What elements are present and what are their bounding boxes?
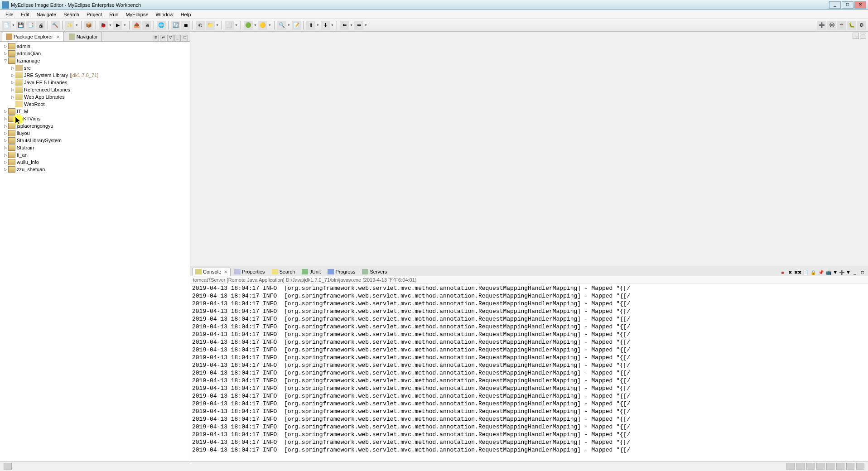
perspective-debug-button[interactable]: 🐛 [847,21,856,30]
save-all-button[interactable]: 📑 [26,21,35,30]
run-button[interactable]: ▶ [113,21,122,30]
tree-item-wuliu-info[interactable]: ▷wuliu_info [1,159,189,166]
expander-icon[interactable]: ▷ [10,73,15,77]
tray-icon-7[interactable] [846,463,854,470]
server-button[interactable]: 🖥 [142,21,151,30]
run-as-button[interactable]: 🟢 [244,21,253,30]
new-package-button[interactable]: 📁 [206,21,215,30]
tab-junit[interactable]: JUnit [299,268,324,276]
tree-item-jsplaorengongyu[interactable]: ▷jsplaorengongyu [1,122,189,130]
build-button[interactable]: 🔨 [51,21,60,30]
tree-item-it-m[interactable]: ▷IT_M [1,108,189,115]
tree-item-java-ee-5-libraries[interactable]: ▷Java EE 5 Libraries [1,79,189,86]
open-console-button[interactable]: ➕ [838,269,845,276]
tree-item-adminqian[interactable]: ▷adminQian [1,50,189,57]
editor-maximize-button[interactable]: □ [860,33,866,39]
bottom-maximize-button[interactable]: □ [859,269,866,276]
tab-servers[interactable]: Servers [359,268,390,276]
menu-edit[interactable]: Edit [17,11,33,18]
close-button[interactable]: ✕ [854,1,866,9]
next-button[interactable]: ⬇ [321,21,330,30]
tab-progress[interactable]: Progress [324,268,358,276]
tree-item-jspktvxns[interactable]: ▷jspKTVxns [1,115,189,122]
menu-navigate[interactable]: Navigate [33,11,60,18]
tab-console[interactable]: Console ✕ [192,268,231,276]
link-editor-button[interactable]: ⇄ [160,35,166,41]
print-button[interactable]: 🖨 [36,21,45,30]
view-menu-button[interactable]: ▽ [167,35,174,41]
refresh-button[interactable]: 🔄 [171,21,180,30]
tree-item-referenced-libraries[interactable]: ▷Referenced Libraries [1,86,189,93]
expander-icon[interactable]: ▷ [3,116,8,121]
tree-item-stutrain[interactable]: ▷Stutrain [1,144,189,151]
minimize-button[interactable]: _ [829,1,841,9]
expander-icon[interactable]: ▷ [3,109,8,114]
expander-icon[interactable]: ▷ [10,87,15,92]
save-button[interactable]: 💾 [16,21,25,30]
expander-icon[interactable]: ▷ [10,95,15,99]
terminate-button[interactable]: ■ [779,269,786,276]
perspective-myeclipse-button[interactable]: Ⓜ [827,21,836,30]
expander-icon[interactable]: ▷ [10,80,15,85]
tree-item-liuyou[interactable]: ▷liuyou [1,130,189,137]
tab-package-explorer[interactable]: Package Explorer ✕ [2,32,64,41]
search-button[interactable]: 🔍 [277,21,286,30]
new-wizard-button[interactable]: ✨ [65,21,74,30]
tray-icon-4[interactable] [816,463,825,470]
tree-item-src[interactable]: ▷src [1,64,189,72]
back-button[interactable]: ⬅ [340,21,349,30]
tree-item-ti-an[interactable]: ▷ti_an [1,151,189,159]
menu-project[interactable]: Project [83,11,106,18]
deploy-button[interactable]: 📤 [132,21,141,30]
expander-icon[interactable]: ▷ [3,138,8,143]
expander-icon[interactable]: ▷ [3,153,8,157]
menu-help[interactable]: Help [177,11,195,18]
expander-icon[interactable]: ▷ [3,124,8,128]
package-button[interactable]: 📦 [84,21,93,30]
tab-properties[interactable]: Properties [231,268,268,276]
expander-icon[interactable]: ▷ [3,131,8,135]
tray-icon-5[interactable] [826,463,834,470]
display-console-button[interactable]: 📺 [825,269,832,276]
tray-icon-2[interactable] [796,463,805,470]
tray-icon-8[interactable] [856,463,864,470]
expander-icon[interactable]: ▷ [3,160,8,164]
maximize-button[interactable]: □ [842,1,854,9]
debug-button[interactable]: 🐞 [99,21,108,30]
new-button[interactable]: 📄 [2,21,11,30]
tree-item-jre-system-library[interactable]: ▷JRE System Library[jdk1.7.0_71] [1,72,189,79]
expander-icon[interactable]: ▷ [10,66,15,70]
close-icon[interactable]: ✕ [56,34,60,39]
close-icon[interactable]: ✕ [224,269,227,274]
tray-icon-6[interactable] [836,463,844,470]
stop-button[interactable]: ⏹ [181,21,190,30]
minimize-view-button[interactable]: _ [174,35,181,41]
expander-icon[interactable]: ▽ [3,58,8,63]
maximize-view-button[interactable]: □ [182,35,188,41]
bottom-minimize-button[interactable]: _ [851,269,858,276]
perspective-other-button[interactable]: ⚙ [857,21,866,30]
tree-item-web-app-libraries[interactable]: ▷Web App Libraries [1,93,189,101]
tree-item-admin[interactable]: ▷admin [1,43,189,50]
remove-launch-button[interactable]: ✖ [786,269,794,276]
new-class-button[interactable]: © [196,21,205,30]
scroll-lock-button[interactable]: 🔒 [810,269,817,276]
tab-search[interactable]: Search [269,268,299,276]
clear-console-button[interactable]: 📄 [802,269,809,276]
expander-icon[interactable]: ▷ [3,167,8,172]
menu-search[interactable]: Search [60,11,83,18]
tree-item-webroot[interactable]: WebRoot [1,101,189,108]
pin-console-button[interactable]: 📌 [817,269,825,276]
tab-navigator[interactable]: Navigator [65,32,102,41]
tree-item-zzu-shetuan[interactable]: ▷zzu_shetuan [1,166,189,173]
tray-icon-3[interactable] [806,463,815,470]
package-explorer-tree[interactable]: ▷admin▷adminQian▽hzmanage▷src▷JRE System… [0,42,190,461]
toggle-button[interactable]: ⬜ [225,21,234,30]
expander-icon[interactable]: ▷ [3,145,8,150]
debug-as-button[interactable]: 🟡 [258,21,267,30]
menu-file[interactable]: File [2,11,17,18]
menu-run[interactable]: Run [106,11,122,18]
annotation-button[interactable]: 📝 [292,21,301,30]
collapse-all-button[interactable]: ⊟ [153,35,159,41]
expander-icon[interactable]: ▷ [3,51,8,56]
